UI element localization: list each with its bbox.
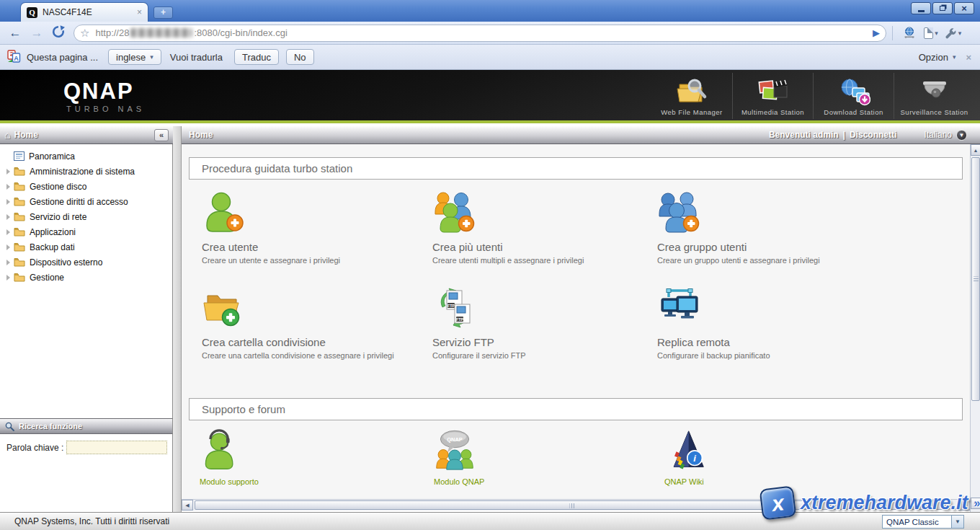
divider: |	[843, 130, 845, 140]
restore-icon	[940, 6, 945, 11]
panel-splitter[interactable]	[173, 126, 182, 512]
wizard-crea-piu-utenti[interactable]: Crea più utenti Creare utenti multipli e…	[432, 190, 652, 265]
section-header-wizard: Procedura guidata turbo station	[189, 157, 963, 180]
wrench-icon	[944, 27, 957, 40]
sidebar-item-backup-dati[interactable]: Backup dati	[0, 239, 172, 255]
translate-button[interactable]: Traduc	[234, 49, 279, 65]
chevron-down-icon: ▾	[953, 53, 956, 61]
close-icon: ×	[961, 4, 967, 13]
wizard-title: Crea più utenti	[432, 241, 652, 253]
window-controls: ×	[911, 2, 974, 14]
sidebar-item-label: Applicazioni	[30, 227, 76, 237]
expand-arrow-icon[interactable]	[6, 169, 10, 175]
vertical-scrollbar-thumb[interactable]	[971, 157, 980, 401]
link-modulo-supporto[interactable]: Modulo supporto	[200, 429, 286, 486]
support-link-label: Modulo QNAP	[434, 477, 520, 486]
page-icon	[924, 27, 933, 39]
address-bar[interactable]: ☆ http://28 :8080/cgi-bin/index.cgi ▶	[74, 25, 886, 42]
options-dropdown[interactable]: Opzion ▾	[919, 52, 956, 63]
wizard-servizio-ftp[interactable]: FTP FTP Servizio FTP Configurare il serv…	[432, 286, 652, 360]
vertical-scrollbar[interactable]: ▲ ▼	[970, 144, 980, 512]
forward-button[interactable]: →	[26, 26, 48, 40]
expand-arrow-icon[interactable]	[6, 184, 10, 190]
sidebar-item-panoramica[interactable]: Panoramica	[0, 149, 172, 164]
language-dropdown-icon: ▼	[956, 130, 967, 141]
qnap-forum-icon: QNAP	[434, 429, 476, 471]
wizard-crea-utente[interactable]: Crea utente Creare un utente e assegnare…	[202, 190, 422, 265]
qnap-logo: QNAP	[63, 79, 134, 105]
link-qnap-wiki[interactable]: i QNAP Wiki	[664, 429, 751, 486]
go-button[interactable]: ▶	[873, 27, 880, 38]
shortcut-download-station[interactable]: Download Station	[813, 73, 894, 119]
sidebar-item-amministrazione[interactable]: Amministrazione di sistema	[0, 164, 172, 179]
wizard-desc: Creare una cartella condivisione e asseg…	[202, 351, 422, 360]
sidebar-item-applicazioni[interactable]: Applicazioni	[0, 224, 172, 239]
infobar-close-icon[interactable]: ×	[966, 52, 971, 63]
url-prefix: http://28	[95, 27, 129, 38]
sidebar-item-gestione-diritti[interactable]: Gestione diritti di accesso	[0, 194, 172, 209]
logout-link[interactable]: Disconnetti	[850, 130, 896, 140]
scroll-up-button[interactable]: ▲	[971, 144, 980, 156]
support-link-label: Modulo supporto	[200, 477, 286, 486]
sidebar-item-label: Gestione disco	[30, 182, 86, 192]
sidebar-item-label: Backup dati	[30, 242, 75, 252]
minimize-icon	[918, 10, 925, 12]
sidebar-item-dispositivo-esterno[interactable]: Dispositivo esterno	[0, 255, 172, 270]
tab-close-icon[interactable]: ×	[137, 7, 142, 17]
restore-button[interactable]	[932, 2, 953, 14]
expand-arrow-icon[interactable]	[6, 229, 10, 235]
wizard-title: Crea utente	[202, 241, 422, 253]
wizard-desc: Configurare il backup pianificato	[657, 351, 877, 360]
translate-logo-icon: A	[7, 49, 21, 65]
url-text[interactable]: http://28 :8080/cgi-bin/index.cgi	[95, 27, 287, 38]
expand-arrow-icon[interactable]	[6, 199, 10, 205]
bookmark-star-icon[interactable]: ☆	[80, 27, 89, 40]
sidebar-item-servizio-rete[interactable]: Servizio di rete	[0, 209, 172, 224]
back-button[interactable]: ←	[4, 26, 26, 40]
translate-page-button[interactable]	[899, 25, 920, 42]
web-file-manager-icon	[675, 77, 708, 106]
scroll-up-icon: ▲	[974, 148, 979, 153]
qnap-favicon-icon: Q	[27, 7, 37, 18]
reload-button[interactable]	[48, 25, 69, 42]
keyword-input[interactable]	[66, 441, 167, 454]
wizard-title: Crea gruppo utenti	[657, 241, 877, 253]
sidebar-item-gestione-disco[interactable]: Gestione disco	[0, 179, 172, 194]
expand-arrow-icon[interactable]	[6, 244, 10, 250]
language-dropdown[interactable]: inglese ▾	[108, 49, 161, 65]
no-translate-button[interactable]: No	[286, 49, 314, 65]
browser-tab[interactable]: Q NASC4F14E ×	[20, 2, 148, 22]
screen: Q NASC4F14E × + × ← → ☆ http://28 :8080/…	[0, 0, 980, 530]
wizard-replica-remota[interactable]: Replica remota Configurare il backup pia…	[657, 286, 877, 360]
wizard-title: Crea cartella condivisione	[202, 336, 422, 348]
page-menu-button[interactable]: ▾	[920, 25, 942, 42]
surveillance-station-icon	[918, 77, 951, 106]
collapse-sidebar-button[interactable]: «	[154, 129, 169, 141]
scroll-left-button[interactable]: ◀	[182, 500, 193, 511]
folder-icon	[14, 167, 25, 176]
wiki-info-glyph: i	[693, 453, 696, 464]
chevron-down-icon: ▾	[958, 30, 962, 37]
shortcut-web-file-manager[interactable]: Web File Manager	[651, 73, 732, 119]
language-selector[interactable]: Italiano ▼	[924, 130, 967, 141]
support-person-icon	[200, 429, 241, 471]
wizard-crea-gruppo-utenti[interactable]: Crea gruppo utenti Creare un gruppo uten…	[657, 190, 877, 265]
close-button[interactable]: ×	[954, 2, 974, 14]
sidebar-item-label: Gestione diritti di accesso	[30, 197, 128, 207]
expand-arrow-icon[interactable]	[6, 214, 10, 220]
folder-icon	[14, 182, 25, 191]
watermark-x-icon: x	[760, 485, 797, 520]
sidebar-item-gestione[interactable]: Gestione	[0, 270, 172, 285]
theme-select-value: QNAP Classic	[883, 518, 951, 526]
new-tab-button[interactable]: +	[153, 6, 173, 19]
link-modulo-qnap[interactable]: QNAP Modulo QNAP	[434, 429, 520, 486]
expand-arrow-icon[interactable]	[6, 275, 10, 281]
wizard-crea-cartella[interactable]: Crea cartella condivisione Creare una ca…	[202, 286, 422, 360]
support-link-label: QNAP Wiki	[664, 477, 751, 486]
shortcut-surveillance-station[interactable]: Surveillance Station	[894, 73, 974, 119]
tools-menu-button[interactable]: ▾	[942, 25, 963, 42]
minimize-button[interactable]	[911, 2, 931, 14]
shortcut-multimedia-station[interactable]: Multimedia Station	[732, 73, 813, 119]
folder-icon	[14, 197, 25, 206]
expand-arrow-icon[interactable]	[6, 260, 10, 265]
